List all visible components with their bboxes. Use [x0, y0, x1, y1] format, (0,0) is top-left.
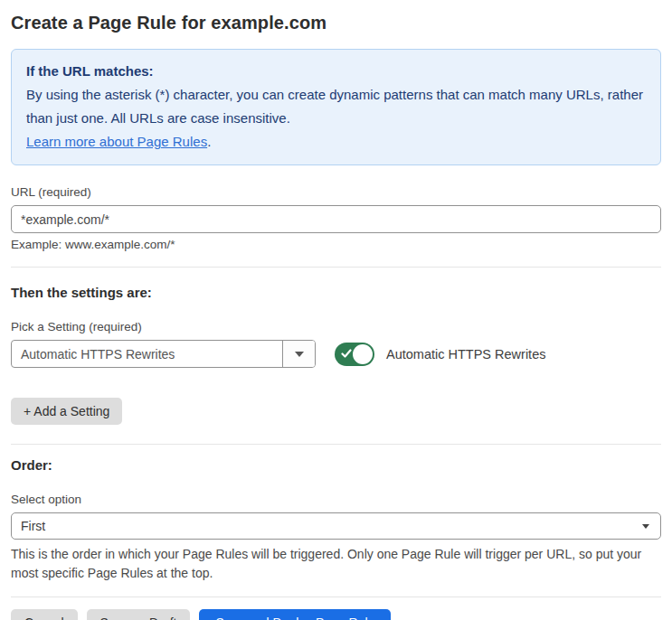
- chevron-down-icon: [642, 524, 649, 529]
- order-select-value: First: [21, 519, 45, 533]
- page-title: Create a Page Rule for example.com: [11, 13, 661, 33]
- footer-actions: Cancel Save as Draft Save and Deploy Pag…: [11, 609, 661, 620]
- setting-select-value: Automatic HTTPS Rewrites: [12, 341, 282, 367]
- order-help-text: This is the order in which your Page Rul…: [11, 545, 653, 583]
- order-section-heading: Order:: [11, 457, 661, 473]
- check-icon: [341, 348, 352, 359]
- save-as-draft-button[interactable]: Save as Draft: [87, 609, 191, 620]
- chevron-down-icon: [295, 352, 304, 357]
- order-select[interactable]: First: [11, 512, 661, 540]
- link-suffix: .: [207, 134, 211, 149]
- setting-picker-row: Automatic HTTPS Rewrites Automatic HTTPS…: [11, 340, 661, 368]
- toggle-knob: [353, 344, 373, 364]
- pick-setting-label: Pick a Setting (required): [11, 320, 661, 333]
- info-box-heading: If the URL matches:: [26, 60, 646, 83]
- cancel-button[interactable]: Cancel: [11, 609, 78, 620]
- url-field-hint: Example: www.example.com/*: [11, 238, 661, 251]
- url-field-label: URL (required): [11, 185, 661, 199]
- save-and-deploy-button[interactable]: Save and Deploy Page Rule: [199, 609, 391, 620]
- divider: [11, 267, 661, 268]
- url-matches-info-box: If the URL matches: By using the asteris…: [11, 49, 661, 165]
- divider: [11, 444, 661, 445]
- learn-more-link[interactable]: Learn more about Page Rules: [26, 134, 207, 149]
- toggle-label: Automatic HTTPS Rewrites: [386, 347, 545, 362]
- add-setting-button[interactable]: + Add a Setting: [11, 398, 122, 425]
- settings-section-heading: Then the settings are:: [11, 285, 661, 300]
- url-input[interactable]: [11, 205, 661, 233]
- setting-select-arrow-button[interactable]: [282, 341, 315, 367]
- info-box-body-text: By using the asterisk (*) character, you…: [26, 87, 643, 126]
- https-rewrites-toggle[interactable]: [335, 343, 374, 366]
- setting-select[interactable]: Automatic HTTPS Rewrites: [11, 340, 316, 368]
- create-page-rule-form: Create a Page Rule for example.com If th…: [0, 0, 672, 620]
- divider: [11, 597, 661, 597]
- info-box-body: By using the asterisk (*) character, you…: [26, 83, 646, 154]
- order-select-label: Select option: [11, 493, 661, 506]
